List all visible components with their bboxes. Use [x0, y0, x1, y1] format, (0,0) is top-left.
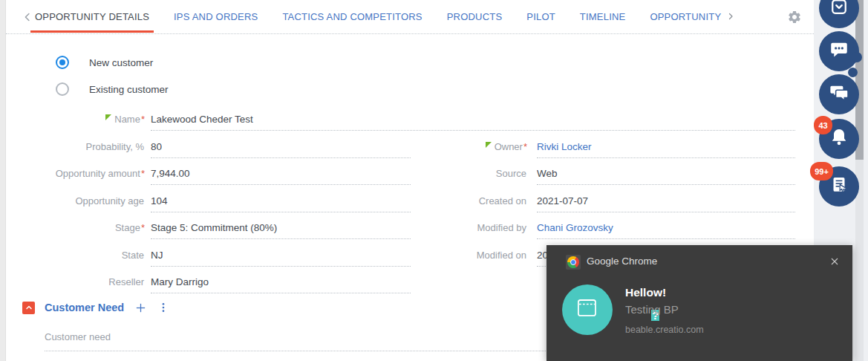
field-row-reseller: Reseller Mary Darrigo [6, 267, 411, 294]
modified-by-link[interactable]: Chani Grozovsky [537, 222, 613, 233]
notification-body: Testing BP [625, 303, 679, 316]
bell-icon [828, 126, 850, 152]
field-label: Opportunity amount [56, 168, 140, 179]
feed-badge: 99+ [810, 162, 833, 180]
field-row-owner: Owner* Rivki Locker [422, 131, 795, 158]
status-dot [848, 68, 858, 77]
tab-opportunity-overflow[interactable]: OPPORTUNITY [650, 0, 735, 34]
state-field[interactable]: NJ [151, 250, 411, 267]
chat-button[interactable] [819, 31, 859, 71]
required-asterisk: * [141, 114, 145, 125]
field-row-source: Source Web [422, 158, 795, 186]
field-label: Owner [495, 141, 523, 152]
field-label: Source [496, 168, 526, 179]
chrome-logo-icon [566, 255, 581, 270]
stage-field[interactable]: Stage 5: Commitment (80%) [151, 222, 411, 239]
field-row-created-on: Created on 2021-07-07 [422, 185, 795, 212]
notification-app-name: Google Chrome [587, 256, 657, 267]
field-row-modified-by: Modified by Chani Grozovsky [422, 212, 795, 240]
source-field[interactable]: Web [537, 168, 795, 185]
field-label: Modified on [477, 250, 526, 261]
collapse-section-button[interactable] [22, 302, 35, 314]
changed-indicator: Name [114, 114, 140, 125]
feed-pointer-icon [828, 174, 850, 199]
tab-products[interactable]: PRODUCTS [447, 0, 503, 34]
tab-bar: OPPORTUNITY DETAILS IPS AND ORDERS TACTI… [6, 0, 814, 34]
tab-opportunity-details[interactable]: OPPORTUNITY DETAILS [35, 0, 149, 34]
field-label: Stage [115, 222, 140, 233]
kebab-menu-icon[interactable] [157, 301, 170, 314]
chevron-right-icon [726, 12, 735, 23]
required-asterisk: * [523, 141, 527, 152]
field-row-state: State NJ [6, 239, 411, 267]
field-label: Created on [479, 195, 526, 206]
tab-tactics-and-competitors[interactable]: TACTICS AND COMPETITORS [282, 0, 422, 34]
left-panel-edge [0, 0, 6, 361]
tab-pilot[interactable]: PILOT [526, 0, 555, 34]
owner-link[interactable]: Rivki Locker [537, 141, 592, 152]
radio-unselected-icon[interactable] [56, 82, 69, 96]
notification-avatar [562, 284, 613, 335]
window-question-icon [571, 292, 604, 328]
required-asterisk: * [141, 168, 145, 179]
tab-timeline[interactable]: TIMELINE [580, 0, 626, 34]
field-row-name: Name* Lakewood Cheder Test [6, 104, 795, 131]
close-icon[interactable] [829, 256, 841, 267]
created-on-field[interactable]: 2021-07-07 [537, 195, 795, 212]
status-dot [852, 52, 862, 62]
field-label: Reseller [108, 276, 144, 287]
field-row-opportunity-age: Opportunity age 104 [6, 185, 411, 212]
chrome-notification[interactable]: Google Chrome ? Hellow! Testing BP beabl… [546, 245, 852, 361]
radio-selected-icon[interactable] [56, 56, 69, 69]
probability-field[interactable]: 80 [151, 141, 411, 158]
add-icon[interactable] [134, 301, 147, 314]
form-column-left: Probability, % 80 Opportunity amount* 7,… [6, 131, 411, 293]
customer-need-section-title[interactable]: Customer Need [45, 302, 124, 313]
status-dot [847, 42, 854, 48]
changed-indicator: Owner [495, 141, 523, 152]
field-label: Name [114, 114, 140, 125]
tab-ips-and-orders[interactable]: IPS AND ORDERS [174, 0, 258, 34]
radio-existing-customer[interactable]: Existing customer [56, 81, 169, 97]
field-label: Opportunity age [75, 195, 144, 206]
field-label: Probability, % [85, 141, 144, 152]
tabs: OPPORTUNITY DETAILS IPS AND ORDERS TACTI… [6, 0, 735, 34]
field-label: Modified by [477, 222, 526, 233]
reseller-field[interactable]: Mary Darrigo [151, 276, 411, 293]
notification-header: Google Chrome [546, 245, 852, 278]
tab-opportunity-overflow-label: OPPORTUNITY [650, 11, 721, 22]
notifications-badge: 43 [814, 116, 832, 134]
opportunity-amount-field[interactable]: 7,944.00 [151, 168, 411, 185]
feed-messages-button[interactable] [819, 74, 859, 114]
customer-need-section-header: Customer Need [22, 299, 170, 316]
radio-existing-customer-label: Existing customer [89, 84, 169, 95]
name-field[interactable]: Lakewood Cheder Test [151, 114, 795, 131]
notification-title: Hellow! [625, 286, 666, 299]
field-row-opportunity-amount: Opportunity amount* 7,944.00 [6, 158, 411, 186]
back-chevron-icon[interactable] [21, 10, 34, 24]
square-chevron-down-icon [828, 0, 850, 21]
opportunity-page: OPPORTUNITY DETAILS IPS AND ORDERS TACTI… [0, 0, 868, 361]
field-label: State [122, 250, 144, 261]
required-asterisk: * [141, 222, 145, 233]
field-row-stage: Stage* Stage 5: Commitment (80%) [6, 212, 411, 240]
chat-dots-icon [828, 39, 850, 64]
double-chat-icon [828, 82, 850, 107]
opportunity-age-field[interactable]: 104 [151, 195, 411, 212]
radio-new-customer[interactable]: New customer [56, 54, 153, 71]
notification-source: beable.creatio.com [625, 325, 704, 335]
field-row-probability: Probability, % 80 [6, 131, 411, 158]
gear-icon[interactable] [787, 10, 802, 25]
radio-new-customer-label: New customer [89, 57, 153, 68]
